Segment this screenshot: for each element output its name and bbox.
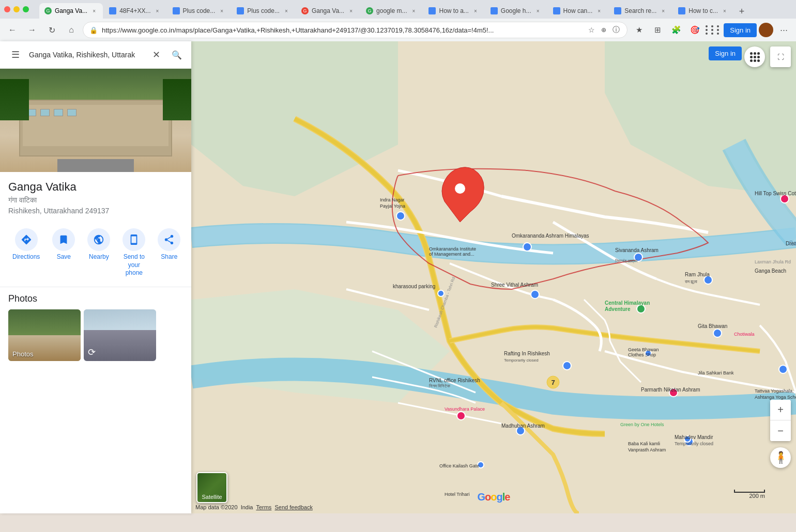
svg-text:Rishikesh Chamba - Tehri Rd: Rishikesh Chamba - Tehri Rd: [433, 276, 456, 328]
tab-favicon: [173, 7, 180, 14]
info-icon[interactable]: ⓘ: [611, 25, 621, 35]
search-input[interactable]: [29, 51, 144, 59]
minimize-window-button[interactable]: [13, 6, 20, 12]
send-to-phone-label: Send to your phone: [123, 253, 145, 277]
star-icon[interactable]: ☆: [587, 25, 596, 35]
pegman-button[interactable]: 🧍: [770, 447, 791, 468]
svg-text:Clothes Shop: Clothes Shop: [628, 352, 656, 357]
svg-text:निगम विनिटेक: निगम विनिटेक: [428, 383, 451, 388]
photo-thumbnail-1[interactable]: Photos: [8, 309, 81, 361]
more-options-button[interactable]: ⋯: [775, 22, 792, 38]
photos-title: Photos: [8, 293, 183, 304]
tab-how-can[interactable]: How can... ×: [548, 3, 608, 19]
svg-text:Sivananda Ashram: Sivananda Ashram: [615, 247, 659, 253]
tab-favicon: G: [301, 7, 309, 14]
sign-in-area: Sign in: [709, 46, 742, 60]
place-photo[interactable]: [0, 69, 191, 172]
google-apps-button[interactable]: [705, 22, 722, 38]
bookmark-button[interactable]: ★: [631, 22, 647, 38]
tab-favicon: [237, 7, 244, 14]
map-google-apps-button[interactable]: [744, 46, 765, 67]
zoom-out-button[interactable]: −: [770, 420, 791, 441]
close-window-button[interactable]: [4, 6, 10, 12]
tab-close-button[interactable]: ×: [90, 7, 98, 14]
svg-text:Mahadev Mandir: Mahadev Mandir: [675, 434, 713, 440]
tab-favicon: [428, 7, 436, 14]
tab-close-button[interactable]: ×: [347, 7, 355, 14]
extension-button[interactable]: 🧩: [668, 22, 684, 38]
nearby-button[interactable]: Nearby: [83, 225, 114, 280]
svg-text:Vanprasth Ashram: Vanprasth Ashram: [628, 447, 666, 452]
svg-text:Madhuban Ashram: Madhuban Ashram: [501, 423, 545, 429]
hamburger-menu-button[interactable]: ☰: [6, 45, 25, 64]
svg-text:Geeta Bhawan: Geeta Bhawan: [628, 347, 659, 352]
tab-48f4[interactable]: 48F4+XX... ×: [104, 3, 166, 19]
send-to-phone-button[interactable]: Send to your phone: [118, 225, 149, 280]
tab-label: Google h...: [501, 7, 531, 14]
map-zoom-controls: + −: [770, 400, 791, 441]
collections-button[interactable]: ⊞: [649, 22, 666, 38]
tab-google-m[interactable]: G google m... ×: [361, 3, 422, 19]
maximize-window-button[interactable]: [23, 6, 29, 12]
share-icon: [158, 228, 180, 251]
search-button[interactable]: 🔍: [169, 46, 185, 63]
svg-point-10: [780, 195, 789, 203]
tab-close-button[interactable]: ×: [534, 7, 542, 14]
svg-marker-1: [191, 41, 398, 196]
tab-ganga-vatika-active[interactable]: G Ganga Va... ×: [39, 3, 103, 19]
photo-road: [57, 159, 134, 172]
tab-favicon: [109, 7, 116, 14]
tab-close-button[interactable]: ×: [218, 7, 225, 14]
sign-in-button[interactable]: Sign in: [724, 23, 757, 37]
tab-close-button[interactable]: ×: [721, 7, 728, 14]
svg-text:Omkarananda Ashram Himalayas: Omkarananda Ashram Himalayas: [512, 233, 589, 239]
tab-plus1[interactable]: Plus code... ×: [167, 3, 231, 19]
new-tab-button[interactable]: +: [734, 4, 749, 19]
satellite-button[interactable]: Satellite: [196, 472, 227, 503]
action-buttons: Directions Save Nearby Send to your phon…: [0, 219, 191, 287]
profile-avatar[interactable]: [759, 23, 773, 37]
tab-close-button[interactable]: ×: [660, 7, 667, 14]
tab-close-button[interactable]: ×: [410, 7, 417, 14]
scale-label: 200 m: [749, 493, 765, 499]
svg-text:Omkarananda Institute: Omkarananda Institute: [429, 246, 476, 252]
tab-label: google m...: [376, 7, 407, 14]
tab-ganga-va[interactable]: G Ganga Va... ×: [296, 3, 360, 19]
tab-close-button[interactable]: ×: [283, 7, 290, 14]
reload-button[interactable]: ↻: [43, 22, 60, 38]
tab-label: Ganga Va...: [312, 7, 344, 14]
search-clear-button[interactable]: ✕: [148, 46, 164, 63]
svg-text:Office Kailash Gate: Office Kailash Gate: [439, 463, 479, 468]
favorites-button[interactable]: 🎯: [686, 22, 703, 38]
photo-360-icon: ⟳: [88, 347, 96, 358]
tab-close-button[interactable]: ×: [154, 7, 161, 14]
directions-button[interactable]: Directions: [8, 225, 44, 280]
satellite-label: Satellite: [202, 494, 222, 500]
tab-search-re[interactable]: Search re... ×: [609, 3, 672, 19]
toolbar-right: ★ ⊞ 🧩 🎯 Sign in ⋯: [631, 22, 792, 38]
fullscreen-button[interactable]: ⛶: [770, 46, 791, 67]
tab-plus2[interactable]: Plus code... ×: [232, 3, 295, 19]
svg-text:7: 7: [551, 379, 555, 386]
svg-text:Ganga Beach: Ganga Beach: [755, 268, 786, 274]
forward-button[interactable]: →: [24, 22, 40, 38]
back-button[interactable]: ←: [4, 22, 21, 38]
zoom-icon[interactable]: ⊕: [599, 25, 608, 35]
tab-favicon: [614, 7, 621, 14]
tab-close-button[interactable]: ×: [472, 7, 479, 14]
map-area[interactable]: 7: [191, 41, 796, 513]
address-bar[interactable]: 🔒 https://www.google.co.in/maps/place/Ga…: [83, 22, 627, 38]
save-button[interactable]: Save: [48, 225, 79, 280]
apps-grid: [750, 52, 760, 62]
photo-thumbnail-2[interactable]: ⟳: [84, 309, 156, 361]
share-button[interactable]: Share: [154, 225, 185, 280]
terms-link[interactable]: Terms: [256, 504, 271, 510]
tab-how-to-a[interactable]: How to a... ×: [423, 3, 484, 19]
tab-how-to-c[interactable]: How to c... ×: [673, 3, 733, 19]
zoom-in-button[interactable]: +: [770, 400, 791, 420]
map-sign-in-button[interactable]: Sign in: [709, 46, 742, 60]
feedback-link[interactable]: Send feedback: [274, 504, 312, 510]
home-button[interactable]: ⌂: [63, 22, 80, 38]
tab-close-button[interactable]: ×: [595, 7, 603, 14]
tab-google-h[interactable]: Google h... ×: [485, 3, 547, 19]
